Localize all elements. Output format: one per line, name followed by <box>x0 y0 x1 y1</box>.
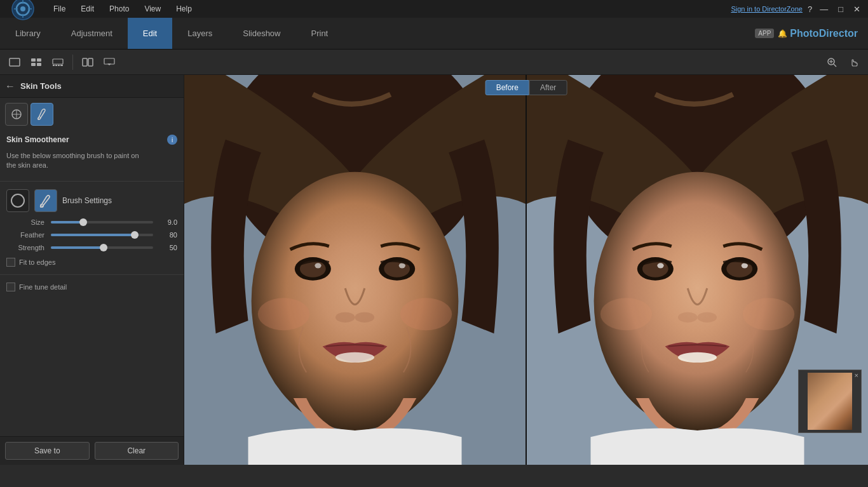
size-slider-row: Size 9.0 <box>0 216 184 229</box>
zoom-button[interactable] <box>822 53 841 71</box>
close-button[interactable]: ✕ <box>851 4 863 14</box>
tab-adjustment[interactable]: Adjustment <box>56 18 128 49</box>
notification-icon[interactable]: 🔔 <box>778 29 787 38</box>
sign-in-link[interactable]: Sign in to DirectorZone <box>731 5 803 13</box>
svg-point-48 <box>742 263 748 268</box>
app-title: PhotoDirector <box>790 28 858 39</box>
svg-point-47 <box>657 263 663 268</box>
svg-rect-5 <box>37 58 41 62</box>
svg-point-33 <box>315 263 321 268</box>
tab-slideshow[interactable]: Slideshow <box>227 18 295 49</box>
divider-2 <box>0 274 184 275</box>
section-header: Skin Smoothener i <box>0 131 184 149</box>
minimap-image <box>808 373 852 430</box>
svg-point-49 <box>678 312 698 323</box>
strength-slider[interactable] <box>51 246 153 249</box>
svg-point-37 <box>336 352 374 363</box>
svg-rect-15 <box>104 58 114 64</box>
brush-preview-active <box>34 189 57 212</box>
svg-point-38 <box>258 298 309 330</box>
app-badge: APP <box>755 29 774 38</box>
svg-line-18 <box>834 64 836 67</box>
panel-footer: Save to Clear <box>0 436 184 465</box>
save-to-button[interactable]: Save to <box>5 442 90 460</box>
svg-point-52 <box>600 298 652 330</box>
svg-rect-7 <box>37 63 41 66</box>
menu-edit[interactable]: Edit <box>78 4 97 13</box>
tool-icon-row <box>0 98 184 131</box>
minimap-close-button[interactable]: × <box>855 371 858 379</box>
fine-tune-row: Fine tune detail <box>0 279 184 295</box>
svg-rect-8 <box>53 59 63 64</box>
svg-rect-6 <box>31 63 36 66</box>
fit-to-edges-label: Fit to edges <box>19 258 55 266</box>
app-title-accent: Photo <box>790 28 818 39</box>
svg-rect-9 <box>53 65 55 66</box>
svg-point-36 <box>355 312 375 323</box>
toolbar <box>0 50 868 75</box>
more-button[interactable] <box>100 53 119 71</box>
size-slider[interactable] <box>51 221 153 223</box>
menu-photo[interactable]: Photo <box>107 4 132 13</box>
help-button[interactable]: ? <box>808 4 812 14</box>
tab-library[interactable]: Library <box>0 18 56 49</box>
after-button[interactable]: After <box>529 80 567 95</box>
view-single-button[interactable] <box>5 53 24 71</box>
panel-title: Skin Tools <box>20 81 62 91</box>
menu-file[interactable]: File <box>51 4 68 13</box>
svg-rect-3 <box>10 58 20 66</box>
brush-tool-button[interactable] <box>31 103 53 126</box>
menu-view[interactable]: View <box>142 4 163 13</box>
toolbar-right <box>822 53 863 71</box>
before-after-bar: Before After <box>485 80 567 95</box>
feather-value: 80 <box>159 231 177 239</box>
feather-slider-row: Feather 80 <box>0 229 184 241</box>
menu-help[interactable]: Help <box>173 4 194 13</box>
svg-point-50 <box>698 312 717 323</box>
panel-back-button[interactable]: ← <box>5 81 15 92</box>
left-panel: ← Skin Tools Skin Smoothener i Use the b… <box>0 75 184 465</box>
feather-slider[interactable] <box>51 234 153 236</box>
svg-point-39 <box>400 298 452 330</box>
tab-bar: Library Adjustment Edit Layers Slideshow… <box>0 18 868 50</box>
hand-button[interactable] <box>844 53 863 71</box>
photos-container <box>184 75 868 465</box>
strength-value: 50 <box>159 244 177 251</box>
fit-to-edges-checkbox[interactable] <box>6 258 15 267</box>
strength-label: Strength <box>6 244 44 251</box>
canvas-area: Before After <box>184 75 868 465</box>
before-button[interactable]: Before <box>485 80 529 95</box>
svg-point-35 <box>336 312 355 323</box>
tab-print[interactable]: Print <box>296 18 344 49</box>
fine-tune-label: Fine tune detail <box>19 283 67 291</box>
compare-button[interactable] <box>78 53 97 71</box>
view-filmstrip-button[interactable] <box>48 53 67 71</box>
svg-rect-11 <box>58 65 60 66</box>
strength-slider-row: Strength 50 <box>0 241 184 254</box>
tab-layers[interactable]: Layers <box>172 18 227 49</box>
view-thumbnail-button[interactable] <box>27 53 46 71</box>
size-value: 9.0 <box>159 218 177 226</box>
minimize-button[interactable]: — <box>817 4 831 14</box>
menu-bar: File Edit Photo View Help Sign in to Dir… <box>0 0 868 18</box>
brush-preview-row: Brush Settings <box>0 185 184 216</box>
tab-edit[interactable]: Edit <box>128 18 172 49</box>
info-icon[interactable]: i <box>167 135 177 145</box>
fine-tune-checkbox[interactable] <box>6 283 15 291</box>
toolbar-separator-1 <box>72 55 73 70</box>
brush-settings-label: Brush Settings <box>62 196 112 205</box>
svg-rect-13 <box>83 58 87 66</box>
brush-circle-icon <box>11 194 25 208</box>
maximize-button[interactable]: □ <box>836 4 846 14</box>
svg-rect-10 <box>55 65 57 66</box>
feather-label: Feather <box>6 231 44 239</box>
brush-preview-inactive <box>6 189 29 212</box>
panel-header: ← Skin Tools <box>0 75 184 98</box>
menu-bar-right: Sign in to DirectorZone ? — □ ✕ <box>731 4 863 14</box>
clear-button[interactable]: Clear <box>95 442 179 460</box>
eraser-tool-button[interactable] <box>5 103 28 126</box>
svg-point-51 <box>678 352 717 363</box>
svg-rect-4 <box>31 58 36 62</box>
app-title-main: Director <box>819 28 858 39</box>
main-layout: ← Skin Tools Skin Smoothener i Use the b… <box>0 75 868 465</box>
